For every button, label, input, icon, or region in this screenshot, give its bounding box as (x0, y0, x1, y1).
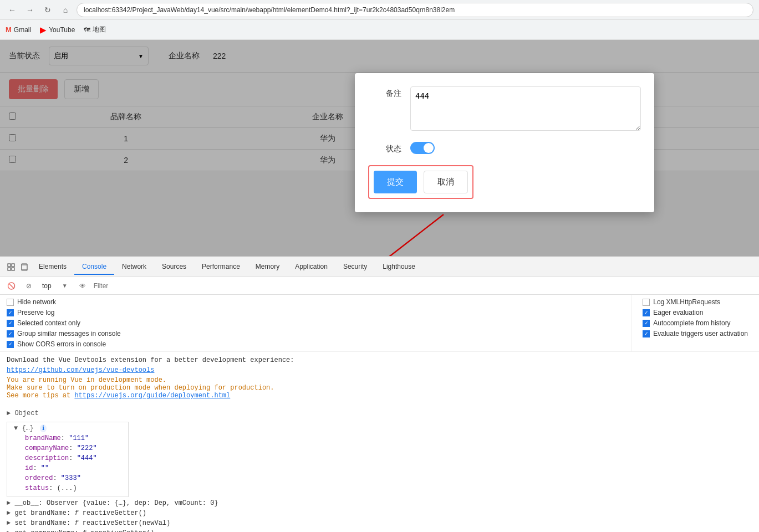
back-button[interactable]: ← (6, 3, 19, 17)
tab-elements[interactable]: Elements (31, 259, 74, 275)
eval-trigger-checkbox[interactable] (643, 330, 650, 337)
option-preserve-log: Preserve log (7, 309, 624, 316)
svg-rect-4 (8, 268, 11, 270)
hide-network-checkbox[interactable] (7, 299, 14, 306)
preserve-log-checkbox[interactable] (7, 309, 14, 316)
app-area: 当前状态 启用 ▼ 企业名称 222 批量删除 新增 品牌名称 企业名称 当 (0, 40, 759, 256)
key-brandName: brandName (25, 434, 61, 442)
ob-line: ► __ob__: Observer {value: {…}, dep: Dep… (7, 499, 752, 507)
obj-expanded-header[interactable]: ▼ {…} ℹ (14, 424, 121, 432)
autocomplete-checkbox[interactable] (643, 320, 650, 327)
val-companyName: "222" (77, 444, 97, 452)
status-modal-label: 状态 (368, 142, 401, 154)
set-brandName: ► set brandName: f reactiveSetter(newVal… (7, 519, 752, 527)
status-toggle[interactable] (410, 142, 435, 154)
bookmark-map[interactable]: 🗺 地图 (84, 25, 106, 34)
cancel-button[interactable]: 取消 (424, 171, 468, 193)
device-icon[interactable] (18, 260, 31, 274)
obj-field-description: description: "444" (14, 454, 121, 462)
obj-collapse-arrow[interactable]: ▼ {…} (14, 424, 34, 432)
dropdown-icon[interactable]: ▼ (58, 279, 72, 293)
selected-context-label: Selected context only (17, 319, 80, 327)
obj-field-id: id: "" (14, 464, 121, 472)
tab-sources[interactable]: Sources (154, 259, 194, 275)
object-label[interactable]: ► Object (7, 410, 752, 417)
val-id: "" (41, 464, 49, 472)
option-show-cors: Show CORS errors in console (7, 340, 624, 348)
home-button[interactable]: ⌂ (59, 3, 72, 17)
console-content: Download the Vue Devtools extension for … (0, 352, 759, 532)
inspect-icon[interactable] (4, 260, 18, 274)
eval-trigger-label: Evaluate triggers user activation (653, 330, 748, 337)
group-similar-checkbox[interactable] (7, 330, 14, 337)
obj-field-ordered: ordered: "333" (14, 474, 121, 482)
bookmark-youtube[interactable]: ▶ YouTube (40, 25, 75, 35)
devtools-panel: Elements Console Network Sources Perform… (0, 256, 759, 532)
svg-rect-5 (12, 268, 14, 270)
toggle-container (410, 142, 435, 154)
youtube-icon: ▶ (40, 25, 47, 35)
val-status: (...) (57, 484, 77, 492)
filter-input[interactable] (94, 282, 755, 290)
forward-button[interactable]: → (23, 3, 37, 17)
block-icon[interactable]: ⊘ (22, 279, 35, 293)
console-toolbar: 🚫 ⊘ top ▼ 👁 (0, 277, 759, 295)
eager-eval-checkbox[interactable] (643, 309, 650, 316)
gmail-label: Gmail (14, 26, 31, 34)
get-brandName: ► get brandName: f reactiveGetter() (7, 509, 752, 517)
eye-icon[interactable]: 👁 (76, 279, 89, 293)
top-label: top (40, 281, 54, 291)
bookmark-gmail[interactable]: M Gmail (6, 25, 31, 34)
tab-console[interactable]: Console (74, 259, 114, 275)
modal-status-row: 状态 (368, 142, 641, 154)
left-options: Hide network Preserve log Selected conte… (0, 295, 631, 351)
tab-application[interactable]: Application (287, 259, 335, 275)
tab-memory[interactable]: Memory (248, 259, 287, 275)
obj-field-companyName: companyName: "222" (14, 444, 121, 452)
options-area: Hide network Preserve log Selected conte… (0, 295, 759, 352)
option-selected-context: Selected context only (7, 319, 624, 327)
selected-context-checkbox[interactable] (7, 320, 14, 327)
key-ordered: ordered (25, 474, 53, 482)
set-brandName-text: set brandName: f reactiveSetter(newVal) (14, 519, 170, 527)
browser-bar: ← → ↻ ⌂ (0, 0, 759, 20)
bookmarks-bar: M Gmail ▶ YouTube 🗺 地图 (0, 20, 759, 40)
modal-box: 备注 444 状态 提交 取消 (355, 73, 654, 212)
map-label: 地图 (93, 25, 106, 34)
remark-textarea[interactable]: 444 (410, 86, 641, 131)
devtools-link[interactable]: https://github.com/vuejs/vue-devtools (7, 366, 154, 374)
tab-performance[interactable]: Performance (194, 259, 248, 275)
obj-field-brandName: brandName: "111" (14, 434, 121, 442)
tab-network[interactable]: Network (114, 259, 154, 275)
option-hide-network: Hide network (7, 298, 624, 306)
key-description: description (25, 454, 69, 462)
svg-rect-2 (8, 264, 11, 267)
reload-button[interactable]: ↻ (41, 3, 54, 17)
autocomplete-label: Autocomplete from history (653, 319, 730, 327)
address-bar[interactable] (77, 3, 753, 17)
get-companyName-text: get companyName: f reactiveGetter() (14, 529, 154, 532)
submit-button[interactable]: 提交 (374, 171, 417, 193)
key-status: status (25, 484, 49, 492)
val-ordered: "333" (61, 474, 81, 482)
modal-overlay[interactable]: 备注 444 状态 提交 取消 (0, 40, 759, 256)
clear-console-icon[interactable]: 🚫 (4, 279, 18, 293)
group-similar-label: Group similar messages in console (17, 330, 121, 337)
tab-lighthouse[interactable]: Lighthouse (375, 259, 423, 275)
val-brandName: "111" (69, 434, 89, 442)
log-xml-checkbox[interactable] (643, 299, 650, 306)
console-link-1[interactable]: https://github.com/vuejs/vue-devtools (7, 366, 752, 374)
map-icon: 🗺 (84, 26, 90, 34)
show-cors-checkbox[interactable] (7, 341, 14, 348)
deployment-link[interactable]: https://vuejs.org/guide/deployment.html (74, 392, 230, 400)
gmail-icon: M (6, 25, 12, 34)
svg-rect-3 (12, 264, 14, 267)
hide-network-label: Hide network (17, 298, 56, 306)
obj-info-icon: ℹ (40, 424, 47, 432)
get-brandName-text: get brandName: f reactiveGetter() (14, 509, 146, 517)
right-options: Log XMLHttpRequests Eager evaluation Aut… (631, 295, 759, 351)
tab-security[interactable]: Security (335, 259, 375, 275)
object-expand-arrow[interactable]: ► Object (7, 410, 39, 417)
ob-text: __ob__: Observer {value: {…}, dep: Dep, … (14, 499, 218, 507)
log-xml-label: Log XMLHttpRequests (653, 298, 720, 306)
